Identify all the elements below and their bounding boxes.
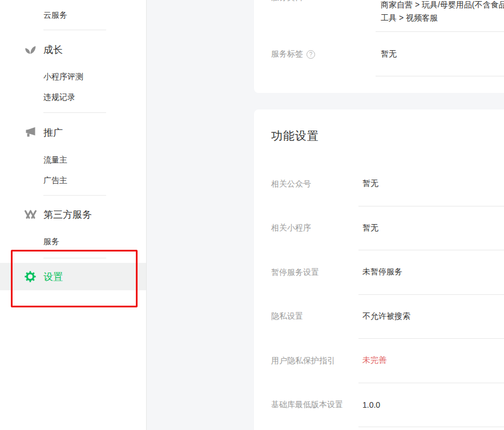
sidebar-item-label: 违规记录	[43, 92, 75, 103]
sidebar-section-label: 推广	[43, 126, 63, 139]
sidebar-item-settings[interactable]: 设置	[0, 263, 146, 290]
row-value: 暂无	[358, 162, 504, 206]
sidebar-item-label: 云服务	[43, 10, 67, 21]
service-category-label: 服务类目	[271, 0, 303, 3]
sidebar: 云服务 成长 小程序评测 违规记录	[0, 0, 147, 430]
sidebar-item-label: 设置	[43, 270, 63, 283]
sidebar-divider	[43, 112, 106, 113]
section-title: 功能设置	[271, 128, 319, 144]
row-value-warning: 未完善	[358, 339, 504, 383]
table-row: 暂停服务设置 未暂停服务	[254, 250, 504, 295]
app-root: 云服务 成长 小程序评测 违规记录	[0, 0, 504, 430]
service-tag-label: 服务标签 ?	[271, 48, 315, 60]
sidebar-item-label: 服务	[43, 237, 59, 247]
sidebar-item-advertiser[interactable]: 广告主	[43, 175, 67, 186]
table-row: 基础库最低版本设置 1.0.0	[254, 383, 504, 428]
sidebar-section-promotion[interactable]: 推广	[24, 125, 63, 140]
sprout-icon	[24, 44, 37, 55]
sidebar-divider	[43, 258, 106, 258]
row-label: 相关公众号	[254, 162, 358, 206]
service-category-value: 商家自营 > 玩具/母婴用品(不含食品) 工具 > 视频客服	[381, 0, 504, 25]
row-value: 未暂停服务	[358, 250, 504, 295]
row-divider	[376, 76, 504, 76]
category-line: 商家自营 > 玩具/母婴用品(不含食品)	[381, 0, 504, 11]
sidebar-divider	[43, 195, 106, 196]
sidebar-item-violation-records[interactable]: 违规记录	[43, 92, 75, 103]
sidebar-section-growth[interactable]: 成长	[24, 42, 63, 57]
table-row: 相关小程序 暂无	[254, 206, 504, 251]
sidebar-item-miniprogram-evaluation[interactable]: 小程序评测	[43, 71, 83, 83]
table-row: 用户隐私保护指引 未完善	[254, 339, 504, 383]
function-settings-card: 功能设置 相关公众号 暂无 相关小程序 暂无 暂停服务设置 未暂停服务 隐私设置…	[254, 109, 504, 430]
section-title-wrap: 功能设置	[254, 109, 504, 162]
gear-icon	[24, 270, 37, 283]
third-party-icon	[24, 209, 37, 220]
row-value: 不允许被搜索	[358, 295, 504, 339]
row-value: 暂无	[358, 206, 504, 251]
sidebar-item-label: 流量主	[43, 155, 67, 165]
category-line: 工具 > 视频客服	[381, 11, 504, 25]
sidebar-item-label: 小程序评测	[43, 72, 83, 82]
service-tag-value: 暂无	[381, 48, 397, 60]
row-label: 相关小程序	[254, 206, 358, 251]
service-info-card: 服务类目 商家自营 > 玩具/母婴用品(不含食品) 工具 > 视频客服 服务标签…	[254, 0, 504, 93]
megaphone-icon	[24, 127, 37, 138]
table-row: 相关公众号 暂无	[254, 162, 504, 206]
row-divider	[376, 31, 504, 32]
row-label: 暂停服务设置	[254, 250, 358, 295]
question-mark-icon[interactable]: ?	[307, 50, 315, 59]
sidebar-section-label: 第三方服务	[43, 208, 92, 221]
main-content: 服务类目 商家自营 > 玩具/母婴用品(不含食品) 工具 > 视频客服 服务标签…	[147, 0, 504, 430]
sidebar-item-cloud-service[interactable]: 云服务	[43, 10, 67, 21]
row-label: 用户隐私保护指引	[254, 339, 358, 383]
sidebar-item-service[interactable]: 服务	[43, 236, 59, 248]
sidebar-item-traffic-owner[interactable]: 流量主	[43, 155, 67, 166]
sidebar-divider	[43, 30, 106, 30]
sidebar-item-label: 广告主	[43, 176, 67, 186]
row-label: 隐私设置	[254, 295, 358, 339]
row-value: 1.0.0	[358, 383, 504, 428]
table-row: 隐私设置 不允许被搜索	[254, 295, 504, 339]
sidebar-section-label: 成长	[43, 43, 63, 56]
row-label: 基础库最低版本设置	[254, 383, 358, 428]
sidebar-section-third-party[interactable]: 第三方服务	[24, 207, 92, 222]
